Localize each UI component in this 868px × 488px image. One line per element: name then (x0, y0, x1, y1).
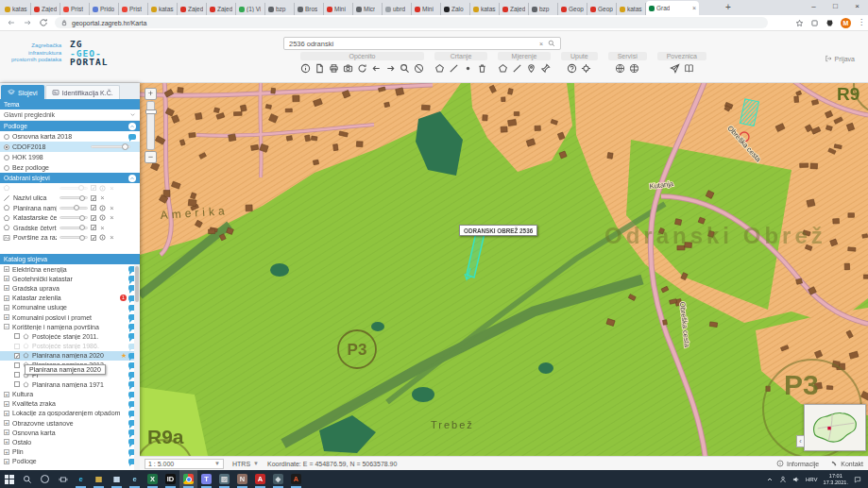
info-icon[interactable] (99, 234, 106, 241)
new-tab-button[interactable]: + (720, 2, 737, 12)
back-icon[interactable] (7, 18, 16, 27)
search-icon[interactable] (548, 40, 555, 47)
tray-expand-icon[interactable] (766, 476, 774, 483)
reload-icon[interactable] (39, 18, 48, 27)
sidebar-scrollbar[interactable] (134, 264, 140, 470)
browser-tab[interactable]: katas (470, 3, 500, 15)
browser-tab[interactable]: bzp_ (529, 3, 558, 15)
chat-bubble-icon[interactable] (128, 134, 136, 140)
send-icon[interactable] (670, 63, 680, 74)
expand-toggle[interactable]: + (4, 449, 9, 455)
expand-toggle[interactable]: + (4, 401, 9, 407)
catalog-checkbox[interactable] (14, 381, 20, 387)
browser-tab[interactable]: Grad × (646, 1, 699, 15)
browser-tab[interactable]: bzp_ (265, 3, 295, 15)
catalog-row[interactable]: + Električna energija (0, 264, 140, 274)
crosshair-icon[interactable] (581, 63, 591, 74)
catalog-row[interactable]: + Plin (0, 447, 140, 457)
expand-toggle[interactable]: + (4, 285, 9, 291)
browser-tab[interactable]: Mini (412, 3, 441, 15)
taskbar-app[interactable]: N (233, 470, 251, 488)
globe2-icon[interactable] (629, 63, 639, 74)
catalog-checkbox[interactable] (14, 353, 20, 359)
extension2-icon[interactable] (825, 19, 834, 27)
catalog-row[interactable]: + Osnovna karta (0, 428, 140, 437)
taskbar-search-icon[interactable] (18, 470, 36, 488)
catalog-row[interactable]: Planirana namjena 1971 (0, 379, 140, 389)
zoom-out-button[interactable]: − (145, 151, 157, 163)
taskbar-app[interactable] (179, 470, 197, 488)
browser-tab[interactable]: Zajed (500, 3, 529, 15)
browser-tab[interactable]: Zajed (178, 3, 207, 15)
browser-tab[interactable]: Prist (119, 3, 148, 15)
basemap-row[interactable]: CDOF2018 (0, 142, 140, 152)
bookmark-star-icon[interactable] (795, 19, 804, 27)
expand-toggle[interactable]: − (4, 324, 9, 329)
info-icon[interactable] (300, 63, 311, 74)
polygon-icon[interactable] (434, 63, 445, 74)
browser-tab[interactable]: Prido (90, 3, 119, 15)
layer-checkbox[interactable] (91, 205, 96, 210)
basemap-row[interactable]: Osnovna karta 2018 (0, 131, 140, 142)
taskbar-app[interactable]: ◆ (269, 470, 287, 488)
zoom-slider-handle[interactable] (145, 109, 157, 114)
ban-icon[interactable] (414, 63, 424, 74)
browser-tab[interactable]: ubrd (383, 3, 412, 15)
taskbar-app[interactable]: ID (162, 470, 179, 488)
remove-layer-icon[interactable]: × (109, 204, 115, 212)
layer-opacity-slider[interactable] (60, 187, 88, 190)
layer-checkbox[interactable] (91, 195, 96, 201)
expand-toggle[interactable]: + (4, 305, 9, 311)
expand-toggle[interactable]: + (4, 429, 9, 435)
camera-icon[interactable] (343, 63, 353, 74)
info-icon[interactable] (99, 214, 106, 221)
layer-row[interactable]: Nazivi ulica × (0, 194, 140, 204)
catalog-row[interactable]: − Korištenje i namjena površina (0, 322, 140, 331)
layer-opacity-slider[interactable] (60, 227, 88, 229)
radio-button[interactable] (4, 155, 9, 160)
refresh-icon[interactable] (357, 63, 367, 74)
login-button[interactable]: Prijava (825, 55, 855, 62)
pushpin-icon[interactable] (540, 63, 551, 74)
extension-icon[interactable] (810, 19, 819, 27)
taskbar-app[interactable]: X (144, 470, 162, 488)
taskbar-app[interactable]: ▤ (90, 470, 108, 488)
layer-row[interactable]: Gradske četvrti × (0, 223, 140, 233)
remove-layer-icon[interactable]: × (99, 194, 106, 202)
layer-row[interactable]: Površine za raz... × (0, 233, 140, 244)
opacity-slider[interactable] (91, 145, 130, 148)
browser-tab[interactable]: Geop (587, 3, 617, 15)
layer-row[interactable]: × (0, 183, 140, 194)
catalog-checkbox[interactable] (14, 344, 20, 349)
catalog-row[interactable]: + Kvaliteta zraka (0, 399, 140, 409)
tray-person-icon[interactable] (779, 476, 787, 483)
theme-select[interactable]: Glavni preglednik (0, 109, 140, 121)
toolbar-group-label[interactable]: Servisi (608, 52, 647, 60)
cortana-icon[interactable] (36, 470, 54, 488)
toolbar-group-label[interactable]: Poveznica (657, 52, 706, 60)
doc-icon[interactable] (315, 63, 325, 74)
browser-tab[interactable]: katas (617, 3, 646, 15)
search-input[interactable]: 2536 odranski (289, 40, 535, 48)
layer-opacity-slider[interactable] (60, 207, 88, 210)
window-close-button[interactable]: × (846, 0, 868, 12)
zoom-icon[interactable] (400, 63, 410, 74)
zoom-slider[interactable] (146, 101, 155, 150)
line-icon[interactable] (512, 63, 522, 74)
catalog-row[interactable]: + Kultura (0, 389, 140, 398)
search-clear-icon[interactable]: × (539, 41, 543, 47)
expand-toggle[interactable]: + (4, 295, 9, 301)
globe-icon[interactable] (615, 63, 625, 74)
overview-map[interactable]: ‹ (804, 404, 866, 451)
layer-row[interactable]: Planirana namje... × (0, 203, 140, 213)
help-icon[interactable] (567, 63, 577, 74)
crs-select[interactable]: HTRS▼ (232, 461, 259, 467)
scrollbar-thumb[interactable] (135, 266, 139, 302)
browser-menu-icon[interactable]: ⋮ (858, 20, 861, 25)
catalog-row[interactable]: + Geotehnički katastar (0, 274, 140, 283)
taskbar-app[interactable]: A (287, 470, 305, 488)
favorite-star-icon[interactable] (121, 352, 127, 360)
browser-tab[interactable]: Zajed (207, 3, 236, 15)
arrow-left-icon[interactable] (371, 63, 382, 74)
basemap-row[interactable]: Bez podloge (0, 162, 140, 173)
